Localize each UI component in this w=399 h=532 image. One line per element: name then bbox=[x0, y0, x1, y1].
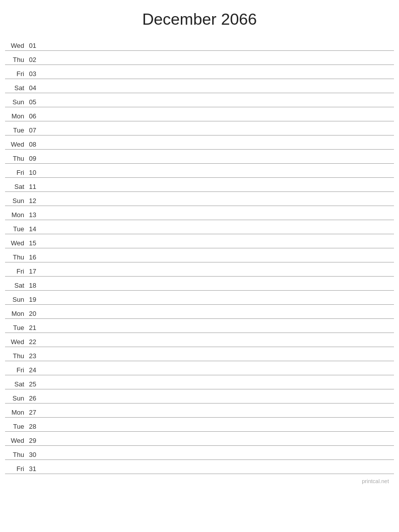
day-name: Mon bbox=[5, 112, 26, 120]
calendar-row: Sun19 bbox=[5, 291, 394, 305]
calendar-row: Thu30 bbox=[5, 446, 394, 460]
day-line bbox=[40, 246, 394, 247]
day-number: 02 bbox=[26, 56, 40, 63]
calendar-row: Thu02 bbox=[5, 51, 394, 65]
calendar-row: Sun05 bbox=[5, 93, 394, 107]
day-name: Wed bbox=[5, 42, 26, 49]
day-line bbox=[40, 77, 394, 78]
day-number: 20 bbox=[26, 310, 40, 317]
day-line bbox=[40, 148, 394, 148]
calendar-row: Sun12 bbox=[5, 192, 394, 206]
calendar-row: Thu16 bbox=[5, 248, 394, 262]
day-line bbox=[40, 303, 394, 303]
day-name: Sat bbox=[5, 183, 26, 190]
day-name: Thu bbox=[5, 451, 26, 458]
day-line bbox=[40, 402, 394, 402]
calendar-row: Tue21 bbox=[5, 319, 394, 333]
day-number: 06 bbox=[26, 112, 40, 120]
day-name: Tue bbox=[5, 126, 26, 134]
day-line bbox=[40, 91, 394, 92]
day-number: 30 bbox=[26, 451, 40, 458]
day-name: Sun bbox=[5, 394, 26, 402]
calendar-row: Sat04 bbox=[5, 79, 394, 93]
day-number: 07 bbox=[26, 126, 40, 134]
day-number: 03 bbox=[26, 70, 40, 78]
day-number: 23 bbox=[26, 352, 40, 360]
calendar-row: Mon06 bbox=[5, 107, 394, 121]
day-number: 26 bbox=[26, 394, 40, 402]
day-line bbox=[40, 373, 394, 374]
day-number: 17 bbox=[26, 268, 40, 275]
day-number: 08 bbox=[26, 141, 40, 148]
day-name: Thu bbox=[5, 155, 26, 162]
day-line bbox=[40, 430, 394, 430]
calendar-row: Sat25 bbox=[5, 375, 394, 389]
day-line bbox=[40, 119, 394, 120]
day-number: 22 bbox=[26, 338, 40, 346]
day-name: Fri bbox=[5, 268, 26, 275]
day-number: 21 bbox=[26, 324, 40, 331]
day-number: 10 bbox=[26, 169, 40, 176]
day-name: Tue bbox=[5, 324, 26, 331]
day-name: Mon bbox=[5, 211, 26, 219]
calendar-row: Fri03 bbox=[5, 65, 394, 79]
calendar-row: Wed15 bbox=[5, 234, 394, 248]
day-number: 29 bbox=[26, 437, 40, 444]
calendar-row: Mon27 bbox=[5, 404, 394, 418]
day-name: Sat bbox=[5, 84, 26, 92]
day-line bbox=[40, 387, 394, 388]
day-line bbox=[40, 134, 394, 134]
day-line bbox=[40, 232, 394, 233]
calendar-row: Sun26 bbox=[5, 389, 394, 404]
day-line bbox=[40, 49, 394, 49]
day-name: Fri bbox=[5, 70, 26, 78]
day-name: Sat bbox=[5, 380, 26, 388]
day-line bbox=[40, 260, 394, 261]
calendar-row: Wed29 bbox=[5, 432, 394, 446]
day-number: 09 bbox=[26, 155, 40, 162]
calendar-row: Fri24 bbox=[5, 361, 394, 375]
calendar-container: Wed01Thu02Fri03Sat04Sun05Mon06Tue07Wed08… bbox=[5, 37, 394, 474]
day-line bbox=[40, 63, 394, 63]
day-line bbox=[40, 162, 394, 162]
day-line bbox=[40, 204, 394, 205]
day-number: 11 bbox=[26, 183, 40, 190]
calendar-row: Tue07 bbox=[5, 121, 394, 136]
calendar-row: Fri31 bbox=[5, 460, 394, 474]
day-number: 13 bbox=[26, 211, 40, 219]
calendar-row: Thu23 bbox=[5, 347, 394, 361]
calendar-row: Mon13 bbox=[5, 206, 394, 220]
calendar-row: Sat11 bbox=[5, 178, 394, 192]
day-number: 14 bbox=[26, 225, 40, 233]
day-name: Sat bbox=[5, 282, 26, 289]
calendar-row: Wed01 bbox=[5, 37, 394, 51]
day-line bbox=[40, 345, 394, 346]
day-line bbox=[40, 190, 394, 190]
calendar-row: Wed08 bbox=[5, 136, 394, 150]
footer-text: printcal.net bbox=[5, 478, 394, 484]
day-number: 04 bbox=[26, 84, 40, 92]
calendar-row: Tue28 bbox=[5, 418, 394, 432]
day-name: Tue bbox=[5, 423, 26, 430]
calendar-row: Wed22 bbox=[5, 333, 394, 347]
day-name: Tue bbox=[5, 225, 26, 233]
day-number: 16 bbox=[26, 253, 40, 261]
day-name: Fri bbox=[5, 169, 26, 176]
day-line bbox=[40, 218, 394, 219]
day-number: 27 bbox=[26, 409, 40, 416]
day-number: 24 bbox=[26, 366, 40, 374]
day-name: Mon bbox=[5, 409, 26, 416]
day-line bbox=[40, 472, 394, 473]
day-name: Wed bbox=[5, 239, 26, 247]
day-line bbox=[40, 317, 394, 317]
day-line bbox=[40, 289, 394, 289]
day-number: 19 bbox=[26, 296, 40, 303]
day-name: Sun bbox=[5, 98, 26, 106]
day-line bbox=[40, 458, 394, 458]
calendar-row: Fri10 bbox=[5, 164, 394, 178]
day-name: Mon bbox=[5, 310, 26, 317]
day-line bbox=[40, 444, 394, 444]
day-name: Wed bbox=[5, 141, 26, 148]
day-line bbox=[40, 105, 394, 106]
calendar-row: Fri17 bbox=[5, 262, 394, 277]
